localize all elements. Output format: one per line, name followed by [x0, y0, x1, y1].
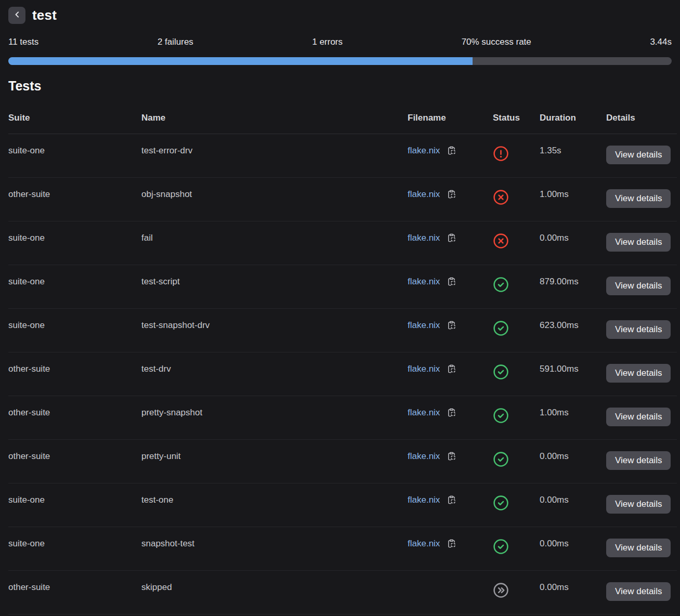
duration-cell: 0.00ms: [540, 221, 606, 265]
status-cell: [493, 571, 540, 614]
view-details-button[interactable]: View details: [606, 233, 671, 252]
details-cell: View details: [606, 483, 677, 527]
view-details-button[interactable]: View details: [606, 146, 671, 164]
clipboard-copy-icon[interactable]: [447, 452, 456, 461]
progress-bar-fill: [8, 57, 473, 65]
view-details-button[interactable]: View details: [606, 539, 671, 557]
filename-link[interactable]: flake.nix: [408, 189, 440, 199]
status-cell: [493, 396, 540, 440]
tests-table-header: Suite Name Filename Status Duration Deta…: [8, 94, 677, 134]
summary-total-duration: 3.44s: [650, 37, 672, 47]
name-cell: fail: [141, 221, 408, 265]
suite-cell: suite-one: [8, 221, 141, 265]
suite-cell: suite-one: [8, 265, 141, 309]
summary-failures-count: 2 failures: [158, 37, 193, 47]
status-icon: [493, 320, 509, 336]
table-row: other-suite pretty-snapshot flake.nix 1.…: [8, 396, 677, 440]
status-cell: [493, 134, 540, 178]
details-cell: View details: [606, 527, 677, 571]
filename-link[interactable]: flake.nix: [408, 408, 440, 417]
filename-link[interactable]: flake.nix: [408, 539, 440, 548]
status-cell: [493, 483, 540, 527]
status-cell: [493, 309, 540, 352]
status-icon: [493, 408, 509, 424]
view-details-button[interactable]: View details: [606, 364, 671, 383]
duration-cell: 879.00ms: [540, 265, 606, 309]
status-cell: [493, 440, 540, 483]
clipboard-copy-icon[interactable]: [447, 277, 456, 286]
summary-tests-count: 11 tests: [8, 37, 38, 47]
view-details-button[interactable]: View details: [606, 495, 671, 514]
column-header-name: Name: [141, 94, 408, 134]
clipboard-copy-icon[interactable]: [447, 364, 456, 373]
filename-link[interactable]: flake.nix: [408, 320, 440, 330]
clipboard-copy-icon[interactable]: [447, 233, 456, 242]
filename-link[interactable]: flake.nix: [408, 451, 440, 461]
view-details-button[interactable]: View details: [606, 408, 671, 426]
summary-bar: 11 tests 2 failures 1 errors 70% success…: [8, 37, 672, 47]
clipboard-copy-icon[interactable]: [447, 321, 456, 330]
details-cell: View details: [606, 178, 677, 221]
duration-cell: 0.00ms: [540, 483, 606, 527]
name-cell: test-one: [141, 483, 408, 527]
filename-link[interactable]: flake.nix: [408, 495, 440, 505]
table-row: suite-one test-error-drv flake.nix 1.35s: [8, 134, 677, 178]
table-row: other-suite skipped 0.00ms View details: [8, 571, 677, 614]
name-cell: snapshot-test: [141, 527, 408, 571]
tests-table: Suite Name Filename Status Duration Deta…: [8, 94, 677, 614]
name-cell: test-drv: [141, 352, 408, 396]
test-report-page: test 11 tests 2 failures 1 errors 70% su…: [0, 7, 680, 614]
clipboard-copy-icon[interactable]: [447, 539, 456, 548]
status-icon: [493, 364, 509, 380]
name-cell: test-error-drv: [141, 134, 408, 178]
suite-cell: suite-one: [8, 483, 141, 527]
summary-success-rate: 70% success rate: [462, 37, 531, 47]
filename-link[interactable]: flake.nix: [408, 146, 440, 155]
table-row: other-suite obj-snapshot flake.nix 1.00m…: [8, 178, 677, 221]
filename-link[interactable]: flake.nix: [408, 277, 440, 286]
filename-cell: flake.nix: [408, 352, 493, 396]
view-details-button[interactable]: View details: [606, 277, 671, 295]
status-icon: [493, 233, 509, 249]
chevron-left-icon: [12, 9, 22, 21]
name-cell: obj-snapshot: [141, 178, 408, 221]
duration-cell: 1.35s: [540, 134, 606, 178]
view-details-button[interactable]: View details: [606, 582, 671, 601]
table-row: other-suite pretty-unit flake.nix 0.00ms: [8, 440, 677, 483]
status-icon: [493, 495, 509, 511]
tests-table-body: suite-one test-error-drv flake.nix 1.35s: [8, 134, 677, 614]
view-details-button[interactable]: View details: [606, 189, 671, 208]
details-cell: View details: [606, 134, 677, 178]
status-icon: [493, 451, 509, 467]
duration-cell: 1.00ms: [540, 396, 606, 440]
back-button[interactable]: [8, 7, 25, 24]
filename-cell: flake.nix: [408, 396, 493, 440]
suite-cell: other-suite: [8, 571, 141, 614]
table-row: suite-one fail flake.nix 0.00ms Vie: [8, 221, 677, 265]
status-cell: [493, 352, 540, 396]
duration-cell: 0.00ms: [540, 527, 606, 571]
duration-cell: 0.00ms: [540, 571, 606, 614]
table-row: other-suite test-drv flake.nix 591.00ms: [8, 352, 677, 396]
clipboard-copy-icon[interactable]: [447, 408, 456, 417]
view-details-button[interactable]: View details: [606, 320, 671, 339]
filename-link[interactable]: flake.nix: [408, 364, 440, 374]
column-header-suite: Suite: [8, 94, 141, 134]
view-details-button[interactable]: View details: [606, 451, 671, 470]
clipboard-copy-icon[interactable]: [447, 190, 456, 199]
filename-link[interactable]: flake.nix: [408, 233, 440, 243]
status-cell: [493, 265, 540, 309]
page-header: test: [8, 7, 672, 24]
details-cell: View details: [606, 221, 677, 265]
clipboard-copy-icon[interactable]: [447, 146, 456, 155]
status-cell: [493, 527, 540, 571]
status-icon: [493, 189, 509, 205]
summary-errors-count: 1 errors: [312, 37, 343, 47]
suite-cell: suite-one: [8, 309, 141, 352]
filename-cell: flake.nix: [408, 440, 493, 483]
filename-cell: flake.nix: [408, 178, 493, 221]
suite-cell: other-suite: [8, 178, 141, 221]
clipboard-copy-icon[interactable]: [447, 495, 456, 504]
details-cell: View details: [606, 309, 677, 352]
column-header-filename: Filename: [408, 94, 493, 134]
